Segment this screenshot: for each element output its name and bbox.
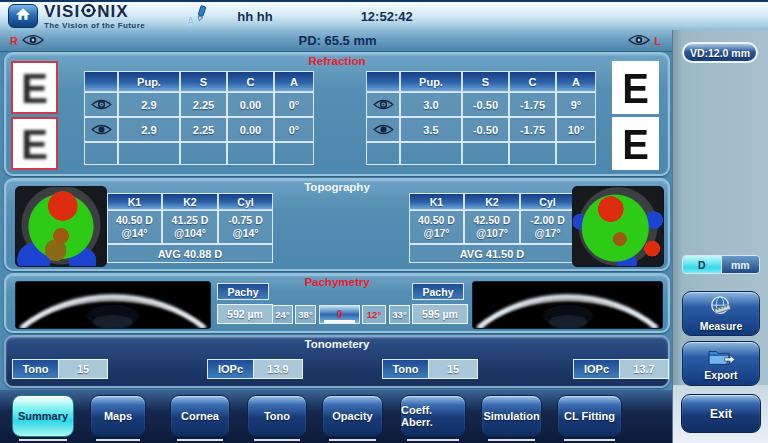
left-eye-acuity-charts: E E [612,61,659,170]
keratometry-table-left-eye: K1 K2 Cyl 40.50 D @17° 42.50 D @107° -2.… [409,193,575,263]
unit-toggle-diopter[interactable]: D [683,256,721,273]
pachy-value: 595 µm [412,304,468,324]
tab-summary[interactable]: Summary [12,395,74,437]
pachy-value: 592 µm [217,304,273,324]
keratometry-table-right-eye: K1 K2 Cyl 40.50 D @14° 41.25 D @104° -0.… [107,193,273,263]
edit-badge: A [187,16,194,27]
topography-section: Topography K1 K2 Cyl 40.50 D @14° 41.25 … [4,178,670,271]
acuity-chart-blurred-top: E [11,61,58,114]
col-corner [366,71,400,92]
value-cell: 10° [556,117,596,142]
value-cell: -1.75 [509,117,556,142]
pd-readout: PD: 65.5 mm [0,33,675,48]
mesopic-eye-icon [366,117,400,142]
target-icon [81,3,96,21]
pachy-position-slider[interactable]: 0 [319,305,360,324]
tab-cornea[interactable]: Cornea [170,395,230,437]
col-cyl: Cyl [218,193,273,210]
col-pup: Pup. [400,71,462,92]
refraction-section: Refraction E E Pup. S C A 2.9 2.25 0.00 … [4,52,670,176]
col-k1: K1 [409,193,464,210]
avg-k-value: AVG 40.88 D [107,244,273,263]
col-k1: K1 [107,193,162,210]
acuity-chart-sharp-bottom: E [612,117,659,170]
pencil-icon [194,5,209,27]
acuity-chart-sharp-top: E [612,61,659,114]
photopic-eye-icon [366,92,400,117]
measure-label: Measure [700,320,743,332]
iopc-value: 13.9 [253,359,303,379]
photopic-eye-icon [84,92,118,117]
tab-simulation[interactable]: Simulation [481,395,542,437]
cyl-value: -2.00 D @17° [520,210,575,244]
measure-button[interactable]: Measure [682,291,760,336]
k1-value: 40.50 D @17° [409,210,464,244]
value-cell: 2.25 [180,117,227,142]
exit-button[interactable]: Exit [681,394,761,433]
col-k2: K2 [464,193,520,210]
iopc-label: IOPc [207,359,253,379]
tono-readout-right-eye: Tono 15 [12,359,108,379]
refraction-title: Refraction [6,55,668,67]
tab-opacity[interactable]: Opacity [322,395,383,437]
iopc-readout-left-eye: IOPc 13.7 [573,359,669,379]
pd-value: 65.5 mm [324,33,376,48]
pd-bar: R PD: 65.5 mm L [0,30,675,52]
k1-value: 40.50 D @14° [107,210,162,244]
iopc-value: 13.7 [619,359,669,379]
col-s: S [462,71,509,92]
col-corner [84,71,118,92]
angle-tile-3: 12° [362,305,386,324]
bottom-tab-bar: Summary Maps Cornea Tono Opacity Coeff. … [0,390,672,443]
col-cyl: Cyl [520,193,575,210]
value-cell: -1.75 [509,92,556,117]
value-cell: -0.50 [462,92,509,117]
value-cell: -0.50 [462,117,509,142]
unit-toggle-mm[interactable]: mm [721,256,760,273]
topography-map-left-eye[interactable] [572,186,664,267]
visionix-summary-screen: VISI NIX The Vision of the Future A [0,0,768,443]
export-button[interactable]: Export [682,341,760,386]
tab-tono[interactable]: Tono [247,395,307,437]
value-cell: 9° [556,92,596,117]
unit-toggle: D mm [682,255,760,274]
clock: 12:52:42 [361,9,413,24]
scheimpflug-image-left-eye[interactable] [472,281,663,329]
home-button[interactable] [8,4,38,28]
col-a: A [274,71,314,92]
acuity-chart-blurred-bottom: E [11,117,58,170]
mesopic-eye-icon [84,117,118,142]
edit-patient-button[interactable]: A [187,5,209,27]
brand-logo: VISI NIX The Vision of the Future [44,3,145,30]
right-eye-acuity-charts: E E [11,61,58,170]
col-s: S [180,71,227,92]
vd-button[interactable]: VD:12.0 mm [682,42,758,63]
value-cell: 2.9 [118,117,180,142]
tab-cl-fitting[interactable]: CL Fitting [557,395,622,437]
measure-globe-icon [708,295,734,323]
pachy-label: Pachy [217,283,269,300]
brand-tagline: The Vision of the Future [44,22,145,30]
angle-tile-1: 24° [272,305,293,324]
refraction-table-left-eye: Pup. S C A 3.0 -0.50 -1.75 9° 3 [366,71,596,165]
refraction-table-right-eye: Pup. S C A 2.9 2.25 0.00 0° 2.9 [84,71,314,165]
pd-label: PD: [298,33,320,48]
right-sidebar: VD:12.0 mm D mm Measure [672,30,768,443]
patient-name: hh hh [237,9,272,24]
export-label: Export [704,369,737,381]
value-cell: 3.0 [400,92,462,117]
col-c: C [509,71,556,92]
tono-value: 15 [428,359,478,379]
col-a: A [556,71,596,92]
value-cell: 0.00 [227,92,274,117]
value-cell: 0.00 [227,117,274,142]
value-cell: 0° [274,117,314,142]
tab-maps[interactable]: Maps [90,395,146,437]
tono-readout-left-eye: Tono 15 [382,359,478,379]
scheimpflug-image-right-eye[interactable] [15,281,211,329]
tono-label: Tono [12,359,58,379]
logo-text-right: NIX [97,3,128,20]
topography-map-right-eye[interactable] [15,186,107,267]
tab-coeff-aberr[interactable]: Coeff. Aberr. [400,395,466,437]
title-bar: VISI NIX The Vision of the Future A [0,0,768,30]
